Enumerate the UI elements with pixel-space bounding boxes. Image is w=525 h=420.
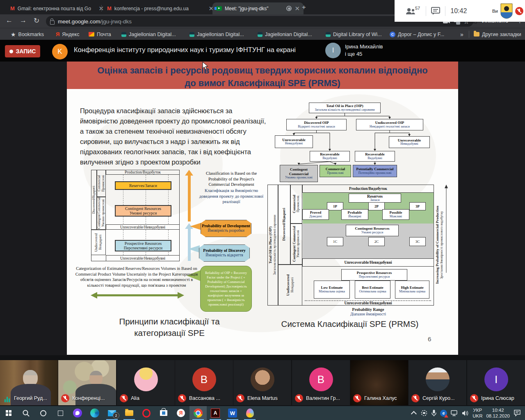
tray-expand-icon[interactable]	[411, 411, 417, 417]
jagiellonian-icon	[258, 32, 262, 37]
ld-unrecoverable-row2: Unrecoverable/Невидобувні	[106, 256, 180, 260]
page-number: 6	[428, 336, 431, 342]
participant-label: Вассанова ...	[178, 394, 220, 402]
search-icon	[22, 409, 30, 417]
ld-note-uk: Класифікація за ймовірністю доведення пр…	[197, 188, 265, 205]
green-double-arrow	[91, 292, 184, 299]
alice-app[interactable]	[69, 406, 86, 420]
bookmark-item[interactable]: ★Bookmarks	[11, 28, 44, 40]
opera-app[interactable]	[138, 406, 155, 420]
tab-gmail[interactable]: M Gmail: електронна пошта від Go ✕	[7, 2, 107, 14]
word-app[interactable]: W	[224, 406, 241, 420]
avatar: В	[309, 368, 333, 391]
record-dot-icon	[9, 50, 13, 53]
bookmarks-overflow-chevron[interactable]: »	[460, 28, 463, 40]
tree-oip: Total Oil in Place (OIP)Загальна кількіс…	[309, 103, 381, 113]
tab-konferencja[interactable]: M konferencja - press@nung.edu.ua ✕	[103, 2, 217, 14]
participant-tile-video[interactable]: Георгий Руд...	[0, 360, 58, 405]
language-switcher[interactable]: УКРUKR	[472, 407, 482, 419]
new-tab-button[interactable]: +	[302, 3, 306, 11]
speaking-indicator-icon	[3, 394, 11, 402]
start-button[interactable]	[0, 406, 17, 420]
participant-tile[interactable]: Сергій Куро...	[409, 360, 466, 405]
search-button[interactable]	[17, 406, 34, 420]
back-button[interactable]: ←	[6, 16, 13, 25]
participant-tile-video[interactable]: Галина Халус	[350, 360, 408, 405]
self-mic-muted-icon	[515, 7, 523, 15]
participant-tile[interactable]: В Вассанова ...	[175, 360, 233, 405]
bookmark-item[interactable]: Digital Library of Wi...	[326, 28, 382, 40]
ms-store-app[interactable]	[155, 406, 172, 420]
tray-e-warning-icon[interactable]: e	[440, 410, 447, 417]
file-explorer-app[interactable]	[121, 406, 138, 420]
spe-2c: 2C	[368, 237, 385, 246]
caption-right: Система Класифікації SPE (PRMS)	[280, 318, 420, 330]
spe-probability-range-en: Probability Range	[302, 307, 434, 312]
tree-unrecoverable-left: UnrecoverableНевидобувні	[275, 135, 313, 148]
url-path: /jgu-jrwq-dks	[100, 18, 132, 25]
yandex-icon: Я	[56, 31, 59, 37]
reload-button[interactable]: ↻	[34, 16, 39, 25]
spe-axis: Increasing Probability of Commercial Pro…	[436, 185, 444, 304]
yandex-browser-app[interactable]	[241, 406, 258, 420]
orange-arrow	[188, 176, 191, 221]
action-center-icon[interactable]	[514, 410, 521, 416]
tree-potentially-commercial: Potentially CommercialПотенційно промисл…	[353, 165, 397, 177]
cortana-button[interactable]	[34, 406, 52, 420]
tab-close-icon[interactable]: ✕	[294, 5, 300, 11]
participant-name: Ірина Михайлів	[345, 43, 383, 50]
bookmark-item[interactable]: Jagiellonian Digital...	[189, 28, 244, 40]
avatar: В	[192, 368, 216, 391]
avatar	[426, 368, 450, 391]
tab-title: Gmail: електронна пошта від Go	[18, 6, 96, 11]
chrome-app-active[interactable]	[189, 406, 207, 420]
capture-icon[interactable]	[420, 410, 428, 416]
tab-meet-active[interactable]: Meet: "jgu-jrwq-dks" ✕	[212, 2, 304, 14]
edge-app[interactable]	[86, 406, 103, 420]
spe-axis-arrow	[444, 185, 448, 273]
participant-more: і ще 45	[345, 50, 383, 58]
spe-col-commercial: CommercialПромислові	[290, 185, 302, 224]
participant-avatar: I	[325, 43, 341, 58]
slide-paragraph: Процедура класифікації запасів здійснюєт…	[80, 106, 269, 167]
bookmark-item[interactable]: Почта	[89, 28, 111, 40]
yandex-app[interactable]: Я	[172, 406, 189, 420]
self-avatar-crest[interactable]	[500, 3, 513, 19]
task-view-button[interactable]	[52, 406, 69, 420]
participants-icon[interactable]	[405, 7, 416, 15]
spe-production: Production/Видобуток	[302, 187, 434, 191]
network-icon[interactable]	[451, 410, 458, 416]
participant-tile[interactable]: В Валентин Гр...	[292, 360, 350, 405]
jagiellonian-icon	[121, 32, 126, 37]
participant-tile[interactable]: Alia	[117, 360, 175, 405]
bookmark-item[interactable]: Jagiellonian Digital...	[121, 28, 176, 40]
site-c-icon: C	[390, 32, 395, 37]
acrobat-app[interactable]: A	[207, 406, 224, 420]
folder-icon	[474, 32, 479, 37]
spe-proved: ProvedДоведені	[302, 209, 329, 220]
tray-mic-icon[interactable]	[431, 410, 436, 416]
participant-tile[interactable]: Elena Martus	[233, 360, 291, 405]
bookmark-item[interactable]: CДорог – Допис у F...	[390, 28, 444, 40]
tree-contingent-commercial: Contingent CommercialУмовно промислові	[280, 165, 318, 182]
spe-prospective: Prospective ResourcesПерспективні ресурс…	[341, 269, 407, 281]
bookmark-item[interactable]: Jagiellonian Digital...	[258, 28, 312, 40]
mail-app[interactable]: 2	[103, 406, 121, 420]
tree-undiscovered: Undiscovered OIPНевідкриті геологічні за…	[356, 119, 423, 130]
forward-button[interactable]: →	[20, 16, 27, 25]
mail-icon	[89, 32, 94, 37]
ld-categorization: Categorization of Estimated Reserves/Res…	[75, 266, 198, 288]
chat-icon[interactable]	[431, 7, 440, 15]
volume-icon[interactable]	[462, 410, 469, 416]
clock[interactable]: 10:4208.12.2020	[486, 407, 510, 419]
participant-tile-video[interactable]: Конференці...	[58, 360, 116, 405]
windows-icon	[6, 410, 12, 416]
participant-label: Сергій Куро...	[411, 394, 454, 402]
tab-title: konferencja - press@nung.edu.ua	[114, 6, 206, 11]
bookmark-item[interactable]: ЯЯндекс	[56, 28, 79, 40]
participant-tile[interactable]: І Ірина Слюсар	[467, 360, 525, 405]
other-bookmarks-button[interactable]: Другие закладки	[474, 28, 521, 40]
spe-unrecoverable: Unrecoverable/Невидобувні	[302, 260, 434, 265]
tab-recording-icon	[286, 6, 292, 11]
blue-arrow	[188, 229, 191, 261]
